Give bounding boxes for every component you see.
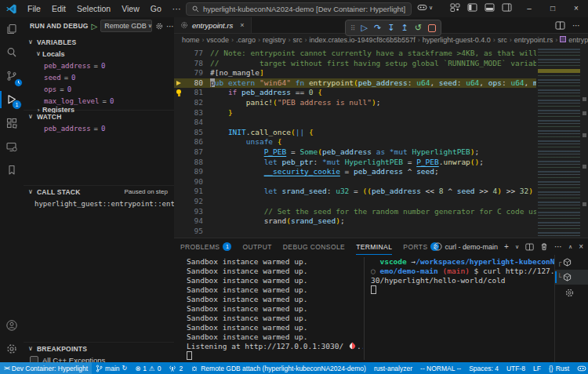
line-number[interactable]: 92 <box>184 197 210 207</box>
panel-tab-debug-console[interactable]: DEBUG CONSOLE <box>283 238 345 255</box>
sidebar-more-icon[interactable]: ⋯ <box>166 22 174 31</box>
kill-terminal-trash-icon[interactable] <box>540 242 548 251</box>
extensions-icon[interactable] <box>0 111 24 135</box>
panel-tab-output[interactable]: OUTPUT <box>242 238 271 255</box>
run-and-debug-icon[interactable]: 1 <box>0 88 24 111</box>
toolbar-grip-icon[interactable]: ⠿ <box>350 24 355 32</box>
local-variable-row[interactable]: max_log_level=0 <box>24 95 174 107</box>
lightbulb-icon[interactable] <box>174 88 184 98</box>
line-number[interactable]: 86 <box>184 137 210 147</box>
menu-edit[interactable]: Edit <box>46 4 71 13</box>
lang-server-item[interactable]: rust-analyzer <box>370 365 416 372</box>
bookmarks-icon[interactable] <box>0 158 24 182</box>
terminal-tab-demo-main[interactable]: └ <box>555 270 588 285</box>
code-area[interactable]: 77// Note: entrypoint cannot currently h… <box>174 49 536 238</box>
copilot-status-icon[interactable] <box>573 365 588 372</box>
menu-go[interactable]: Go <box>145 4 167 13</box>
watch-expression-row[interactable]: peb_address=0 <box>24 122 174 134</box>
search-icon[interactable] <box>0 41 24 64</box>
stop-icon[interactable] <box>428 24 436 32</box>
breadcrumb-item[interactable]: home <box>182 36 200 44</box>
language-mode-item[interactable]: {} Rust <box>545 365 573 372</box>
forwarded-ports-item[interactable]: 2 <box>165 365 187 372</box>
panel-tab-problems[interactable]: PROBLEMS1 <box>180 238 231 255</box>
editor-more-icon[interactable]: ⋯ <box>572 21 580 30</box>
breadcrumb-item[interactable]: hyperlight-guest-0.4.0 <box>423 36 491 44</box>
breadcrumb-item[interactable]: index.crates.io-1949cf8c6b5b557f <box>310 36 416 44</box>
source-control-icon[interactable] <box>0 64 24 88</box>
debug-config-dropdown[interactable]: Remote GDB∨ <box>100 20 151 32</box>
line-number[interactable]: 88 <box>184 158 210 168</box>
code-line-80[interactable]: 80pub extern "win64" fn entrypoint(peb_a… <box>174 78 536 89</box>
start-debug-icon[interactable]: ▷ <box>92 22 98 31</box>
settings-gear-icon[interactable] <box>0 337 24 361</box>
restart-icon[interactable]: ↺ <box>415 24 422 32</box>
local-variable-row[interactable]: ops=0 <box>24 83 174 95</box>
terminal-tab-curl[interactable]: ┌ <box>555 255 588 270</box>
breadcrumb-item[interactable]: vscode <box>207 36 230 44</box>
line-number[interactable]: 89 <box>184 167 210 177</box>
locals-group[interactable]: ∨ Locals <box>24 48 174 60</box>
code-line-83[interactable]: 83} <box>174 108 536 118</box>
line-number[interactable]: 90 <box>184 177 210 187</box>
problems-item[interactable]: ⊗ 1 ⚠ 0 <box>131 365 165 372</box>
code-line-77[interactable]: 77// Note: entrypoint cannot currently h… <box>174 49 536 59</box>
local-variable-row[interactable]: peb_address=0 <box>24 60 174 71</box>
breadcrumb-item[interactable]: .cargo <box>236 36 256 44</box>
new-terminal-icon[interactable]: + <box>504 242 509 251</box>
explorer-icon[interactable] <box>0 17 24 41</box>
step-over-icon[interactable]: ↷ <box>374 24 381 32</box>
local-variable-row[interactable]: seed=0 <box>24 71 174 83</box>
breadcrumb-item[interactable]: entrypoint <box>560 36 588 44</box>
close-button[interactable]: × <box>564 0 588 17</box>
panel-tab-terminal[interactable]: TERMINAL <box>356 238 392 255</box>
remote-indicator[interactable]: >< Dev Container: Hyperlight <box>0 362 92 374</box>
menu-selection[interactable]: Selection <box>71 4 116 13</box>
vim-mode-item[interactable]: -- NORMAL -- <box>416 365 465 372</box>
indentation-item[interactable]: Spaces: 4 <box>465 365 503 372</box>
terminal-output-right[interactable]: vscode →/workspaces/hyperlight-kubeconNA… <box>371 257 554 363</box>
customize-layout-icon[interactable] <box>450 3 460 12</box>
debug-session-item[interactable]: Remote GDB attach (hyperlight-kubeconNA2… <box>187 365 370 372</box>
code-line-90[interactable]: 90 <box>174 177 536 187</box>
maximize-button[interactable]: □ <box>541 0 564 17</box>
code-line-94[interactable]: 94srand(srand_seed); <box>174 216 536 227</box>
code-line-89[interactable]: 89__security_cookie = peb_address ^ seed… <box>174 167 536 177</box>
git-branch-item[interactable]: main ↻ <box>92 365 131 372</box>
code-line-85[interactable]: 85INIT.call_once(|| { <box>174 128 536 138</box>
breadcrumb-item[interactable]: src <box>498 36 507 44</box>
watch-header[interactable]: ∨ WATCH <box>24 110 174 122</box>
code-line-92[interactable]: 92 <box>174 197 536 207</box>
line-number[interactable]: 78 <box>184 59 210 69</box>
code-line-95[interactable]: 95 <box>174 227 536 237</box>
accounts-icon[interactable] <box>0 314 24 337</box>
breakpoints-header[interactable]: ∨ BREAKPOINTS <box>24 342 174 354</box>
breadcrumb-item[interactable]: src <box>293 36 303 44</box>
line-number[interactable]: 80 <box>184 78 210 89</box>
code-line-93[interactable]: 93// Set the seed for the random number … <box>174 207 536 217</box>
code-line-88[interactable]: 88let peb_ptr: *mut HyperlightPEB = P_PE… <box>174 158 536 168</box>
line-number[interactable]: 94 <box>184 216 210 227</box>
split-editor-icon[interactable] <box>555 21 565 30</box>
terminal-instance-label[interactable]: curl - demo-main <box>434 242 499 251</box>
menu-file[interactable]: File <box>22 4 46 13</box>
breakpoint-checkbox[interactable] <box>30 356 38 362</box>
code-line-79[interactable]: 79#[no_mangle] <box>174 68 536 78</box>
remote-explorer-icon[interactable] <box>0 135 24 158</box>
code-line-86[interactable]: 86unsafe { <box>174 137 536 147</box>
breadcrumb-item[interactable]: registry <box>263 36 286 44</box>
line-number[interactable]: 77 <box>184 49 210 59</box>
minimize-button[interactable]: – <box>517 0 541 17</box>
line-number[interactable]: 85 <box>184 128 210 138</box>
line-number[interactable]: 93 <box>184 207 210 217</box>
step-into-icon[interactable]: ↧ <box>387 24 394 32</box>
breakpoint-item[interactable]: All C++ Exceptions <box>24 354 174 362</box>
toggle-panel-icon[interactable] <box>485 3 495 12</box>
maximize-panel-icon[interactable]: ∧ <box>568 244 572 250</box>
line-number[interactable]: 95 <box>184 227 210 237</box>
code-line-87[interactable]: 87P_PEB = Some(peb_address as *mut Hyper… <box>174 147 536 158</box>
code-line-78[interactable]: 78// target without first having setup g… <box>174 59 536 69</box>
line-number[interactable]: 81 <box>184 88 210 98</box>
toggle-sidebar-icon[interactable] <box>467 3 477 12</box>
line-number[interactable]: 87 <box>184 147 210 158</box>
